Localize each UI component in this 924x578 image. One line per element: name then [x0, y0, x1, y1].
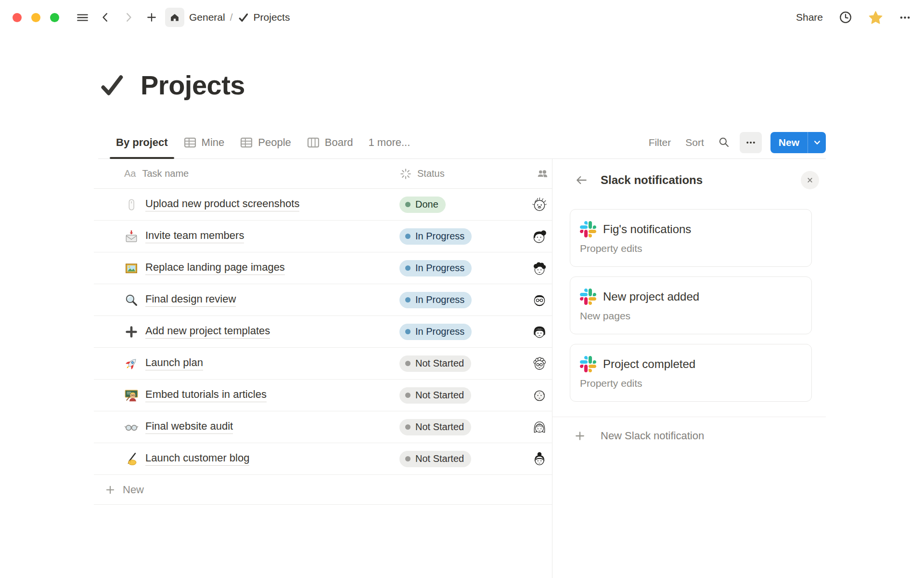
- person-cell[interactable]: [528, 197, 552, 213]
- page-title[interactable]: Projects: [141, 69, 245, 101]
- tab-mine[interactable]: Mine: [177, 126, 231, 158]
- person-cell[interactable]: [528, 292, 552, 308]
- person-cell[interactable]: [528, 387, 552, 404]
- column-header-task-name[interactable]: Aa Task name: [94, 168, 399, 179]
- status-cell[interactable]: In Progress: [399, 324, 528, 340]
- person-cell[interactable]: [528, 260, 552, 276]
- avatar[interactable]: [531, 197, 548, 213]
- avatar[interactable]: [531, 228, 548, 245]
- column-header-status[interactable]: Status: [399, 168, 528, 180]
- task-name-cell[interactable]: Launch customer blog: [94, 452, 399, 466]
- back-button[interactable]: [96, 8, 115, 27]
- status-badge[interactable]: Not Started: [399, 419, 471, 435]
- breadcrumb-root[interactable]: General: [189, 12, 225, 23]
- new-button-label[interactable]: New: [770, 132, 808, 153]
- task-name-cell[interactable]: Invite team members: [94, 229, 399, 244]
- new-row-button[interactable]: New: [94, 475, 552, 505]
- status-badge[interactable]: Done: [399, 197, 446, 213]
- new-slack-notification-button[interactable]: New Slack notification: [552, 417, 826, 455]
- person-cell[interactable]: [528, 228, 552, 245]
- new-row-label: New: [123, 484, 144, 496]
- status-badge[interactable]: Not Started: [399, 451, 471, 467]
- task-name-link[interactable]: Upload new product screenshots: [145, 197, 299, 211]
- avatar[interactable]: [531, 451, 548, 467]
- toolbar-actions: Share: [796, 10, 911, 25]
- notification-card[interactable]: Project completed Property edits: [570, 344, 812, 402]
- avatar[interactable]: [531, 292, 548, 308]
- notification-subtitle: New pages: [580, 310, 802, 322]
- breadcrumb-page[interactable]: Projects: [238, 12, 290, 23]
- status-label: Done: [415, 199, 438, 210]
- task-name-link[interactable]: Replace landing page images: [145, 261, 285, 275]
- table-row: Upload new product screenshots Done: [94, 189, 552, 221]
- ellipsis-icon[interactable]: [898, 11, 911, 24]
- arrow-left-icon[interactable]: [575, 173, 588, 187]
- status-badge[interactable]: In Progress: [399, 228, 472, 245]
- card-header: Project completed: [580, 356, 802, 372]
- status-badge[interactable]: Not Started: [399, 387, 471, 404]
- home-button[interactable]: [165, 8, 184, 27]
- status-cell[interactable]: Done: [399, 197, 528, 213]
- status-cell[interactable]: Not Started: [399, 355, 528, 372]
- new-page-button[interactable]: [142, 8, 161, 27]
- notification-card[interactable]: New project added New pages: [570, 276, 812, 334]
- minimize-window-button[interactable]: [31, 13, 40, 22]
- forward-button[interactable]: [119, 8, 138, 27]
- new-button[interactable]: New: [770, 132, 826, 153]
- status-cell[interactable]: Not Started: [399, 387, 528, 404]
- task-name-link[interactable]: Invite team members: [145, 229, 244, 243]
- task-name-cell[interactable]: Upload new product screenshots: [94, 197, 399, 212]
- status-cell[interactable]: Not Started: [399, 419, 528, 435]
- task-name-link[interactable]: Add new project templates: [145, 325, 270, 339]
- share-button[interactable]: Share: [796, 12, 823, 23]
- task-name-link[interactable]: Launch plan: [145, 356, 203, 370]
- new-button-dropdown[interactable]: [808, 132, 826, 153]
- status-badge[interactable]: In Progress: [399, 260, 472, 276]
- task-name-link[interactable]: Launch customer blog: [145, 452, 249, 466]
- checkmark-icon[interactable]: [98, 72, 125, 99]
- filter-button[interactable]: Filter: [644, 137, 676, 148]
- status-badge[interactable]: Not Started: [399, 355, 471, 372]
- tab-more-views[interactable]: 1 more...: [362, 126, 417, 158]
- status-cell[interactable]: In Progress: [399, 292, 528, 308]
- task-name-cell[interactable]: Launch plan: [94, 356, 399, 371]
- card-header: Fig's notifications: [580, 221, 802, 237]
- sort-button[interactable]: Sort: [680, 137, 709, 148]
- tab-by-project[interactable]: By project: [110, 126, 174, 158]
- avatar[interactable]: [531, 260, 548, 276]
- avatar[interactable]: [531, 387, 548, 404]
- task-name-link[interactable]: Final website audit: [145, 420, 233, 434]
- status-cell[interactable]: In Progress: [399, 228, 528, 245]
- task-name-cell[interactable]: Final website audit: [94, 420, 399, 434]
- task-name-cell[interactable]: Embed tutorials in articles: [94, 388, 399, 403]
- task-name-cell[interactable]: Add new project templates: [94, 325, 399, 339]
- task-name-link[interactable]: Embed tutorials in articles: [145, 388, 267, 402]
- status-cell[interactable]: Not Started: [399, 451, 528, 467]
- person-cell[interactable]: [528, 419, 552, 435]
- status-badge[interactable]: In Progress: [399, 292, 472, 308]
- sidebar-menu-button[interactable]: [73, 8, 92, 27]
- task-name-cell[interactable]: Replace landing page images: [94, 261, 399, 276]
- column-header-person[interactable]: [528, 167, 552, 180]
- avatar[interactable]: [531, 324, 548, 340]
- status-badge[interactable]: In Progress: [399, 324, 472, 340]
- avatar[interactable]: [531, 355, 548, 372]
- tab-board[interactable]: Board: [300, 126, 359, 158]
- person-cell[interactable]: [528, 355, 552, 372]
- task-name-link[interactable]: Final design review: [145, 293, 236, 307]
- close-window-button[interactable]: [13, 13, 22, 22]
- person-cell[interactable]: [528, 451, 552, 467]
- star-icon[interactable]: [868, 10, 883, 25]
- avatar[interactable]: [531, 419, 548, 435]
- search-button[interactable]: [714, 132, 735, 153]
- notion-window: General / Projects Share Projects By pro…: [0, 0, 924, 578]
- zoom-window-button[interactable]: [50, 13, 59, 22]
- close-panel-button[interactable]: [801, 171, 819, 189]
- person-cell[interactable]: [528, 324, 552, 340]
- task-name-cell[interactable]: Final design review: [94, 293, 399, 307]
- status-cell[interactable]: In Progress: [399, 260, 528, 276]
- clock-icon[interactable]: [838, 10, 853, 25]
- view-options-button[interactable]: [740, 132, 762, 153]
- tab-people[interactable]: People: [233, 126, 297, 158]
- notification-card[interactable]: Fig's notifications Property edits: [570, 209, 812, 267]
